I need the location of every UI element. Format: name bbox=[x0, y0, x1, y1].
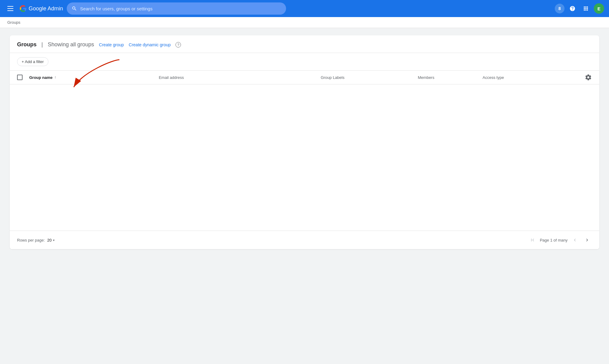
next-page-button[interactable] bbox=[582, 235, 592, 245]
column-group-name[interactable]: Group name ↑ bbox=[29, 75, 159, 80]
page-title: Groups bbox=[17, 41, 37, 48]
help-button[interactable] bbox=[567, 3, 578, 14]
groups-card: Groups | Showing all groups Create group… bbox=[10, 35, 599, 249]
top-navigation: Google Admin 8 E bbox=[0, 0, 609, 17]
breadcrumb: Groups bbox=[0, 17, 609, 28]
sort-arrow-icon: ↑ bbox=[55, 75, 56, 80]
groups-table: Group name ↑ Email address Group Labels … bbox=[10, 71, 599, 231]
search-input[interactable] bbox=[80, 6, 281, 11]
first-page-button[interactable] bbox=[528, 235, 537, 245]
support-icon[interactable]: 8 bbox=[555, 4, 565, 13]
column-group-labels: Group Labels bbox=[321, 75, 418, 80]
rows-per-page: Rows per page: 20 ▾ bbox=[17, 238, 55, 242]
create-dynamic-group-button[interactable]: Create dynamic group bbox=[129, 42, 171, 47]
column-members: Members bbox=[418, 75, 483, 80]
search-icon bbox=[72, 6, 77, 11]
subtitle: Showing all groups bbox=[48, 41, 94, 48]
google-logo-icon bbox=[19, 5, 27, 12]
select-all-checkbox[interactable] bbox=[17, 75, 29, 80]
dropdown-arrow-icon: ▾ bbox=[53, 239, 55, 242]
table-header-row: Group name ↑ Email address Group Labels … bbox=[10, 71, 599, 84]
search-bar[interactable] bbox=[67, 2, 286, 15]
help-icon bbox=[569, 5, 575, 12]
column-email-address: Email address bbox=[159, 75, 320, 80]
next-page-icon bbox=[584, 237, 590, 243]
user-avatar[interactable]: E bbox=[594, 3, 604, 14]
table-settings[interactable] bbox=[580, 74, 592, 81]
settings-gear-icon[interactable] bbox=[585, 74, 592, 81]
help-icon-circle[interactable]: ? bbox=[175, 42, 181, 48]
pagination: Page 1 of many bbox=[528, 235, 592, 245]
create-group-button[interactable]: Create group bbox=[99, 42, 124, 47]
apps-button[interactable] bbox=[580, 3, 591, 14]
table-body bbox=[10, 84, 599, 231]
prev-page-icon bbox=[572, 237, 578, 243]
card-header: Groups | Showing all groups Create group… bbox=[10, 35, 599, 53]
first-page-icon bbox=[530, 237, 535, 243]
rows-per-page-select[interactable]: 20 ▾ bbox=[47, 238, 54, 242]
app-title: Google Admin bbox=[29, 5, 63, 12]
checkbox[interactable] bbox=[17, 75, 23, 80]
apps-icon bbox=[583, 5, 589, 12]
menu-icon[interactable] bbox=[5, 3, 16, 14]
prev-page-button[interactable] bbox=[570, 235, 580, 245]
pagination-text: Page 1 of many bbox=[540, 238, 568, 242]
add-filter-button[interactable]: + Add a filter bbox=[17, 57, 48, 66]
title-separator: | bbox=[41, 41, 43, 48]
google-admin-logo: Google Admin bbox=[19, 5, 63, 12]
main-content: Groups | Showing all groups Create group… bbox=[0, 28, 609, 256]
filter-bar: + Add a filter bbox=[10, 53, 599, 71]
column-access-type: Access type bbox=[483, 75, 580, 80]
topnav-actions: 8 E bbox=[555, 3, 604, 14]
card-footer: Rows per page: 20 ▾ Page 1 of many bbox=[10, 231, 599, 249]
